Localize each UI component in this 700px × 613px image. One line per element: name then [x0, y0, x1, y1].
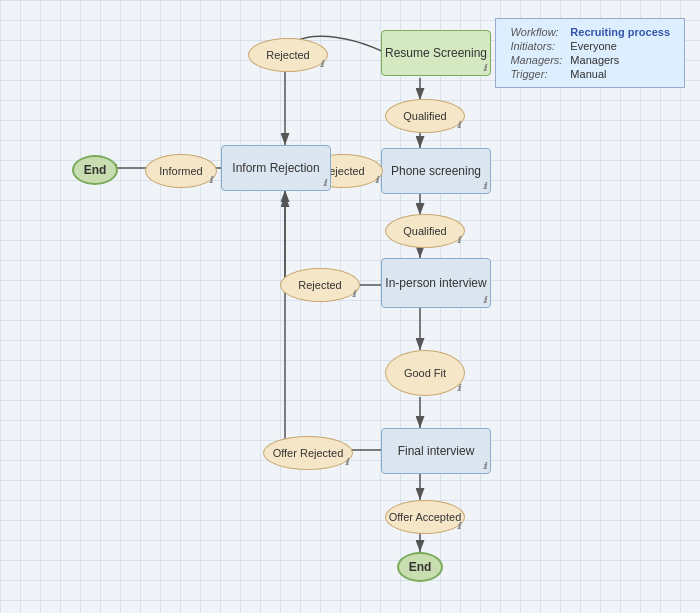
trigger-value: Manual	[566, 67, 674, 81]
info-icon-final: ℹ	[483, 461, 486, 471]
info-icon-phone: ℹ	[483, 181, 486, 191]
node-qualified-2[interactable]: Qualified ℹ	[385, 214, 465, 248]
info-icon-qualified1: ℹ	[457, 120, 460, 130]
node-final-interview[interactable]: Final interview ℹ	[381, 428, 491, 474]
node-offer-accepted[interactable]: Offer Accepted ℹ	[385, 500, 465, 534]
workflow-value: Recruiting process	[566, 25, 674, 39]
workflow-label: Workflow:	[506, 25, 566, 39]
node-inform-rejection[interactable]: Inform Rejection ℹ	[221, 145, 331, 191]
node-qualified-1[interactable]: Qualified ℹ	[385, 99, 465, 133]
initiators-value: Everyone	[566, 39, 674, 53]
node-informed[interactable]: Informed ℹ	[145, 154, 217, 188]
node-end-left: End	[72, 155, 118, 185]
info-icon-goodfit: ℹ	[457, 383, 460, 393]
info-icon-resume: ℹ	[483, 63, 486, 73]
initiators-label: Initiators:	[506, 39, 566, 53]
managers-value: Managers	[566, 53, 674, 67]
node-end-bottom: End	[397, 552, 443, 582]
node-offer-rejected[interactable]: Offer Rejected ℹ	[263, 436, 353, 470]
info-icon-rejected3: ℹ	[352, 289, 355, 299]
node-rejected-3[interactable]: Rejected ℹ	[280, 268, 360, 302]
node-inperson-interview[interactable]: In-person interview ℹ	[381, 258, 491, 308]
node-rejected-1[interactable]: Rejected ℹ	[248, 38, 328, 72]
info-icon-qualified2: ℹ	[457, 235, 460, 245]
info-panel: Workflow: Recruiting process Initiators:…	[495, 18, 685, 88]
info-icon-informed: ℹ	[209, 175, 212, 185]
info-icon-rejected2: ℹ	[375, 175, 378, 185]
node-good-fit[interactable]: Good Fit ℹ	[385, 350, 465, 396]
info-icon-offer-accepted: ℹ	[457, 521, 460, 531]
info-icon-offer-rejected: ℹ	[345, 457, 348, 467]
arrows-svg	[0, 0, 700, 613]
info-icon-rejected1: ℹ	[320, 59, 323, 69]
diagram-container: Resume Screening ℹ Rejected ℹ Qualified …	[0, 0, 700, 613]
node-phone-screening[interactable]: Phone screening ℹ	[381, 148, 491, 194]
trigger-label: Trigger:	[506, 67, 566, 81]
info-icon-inperson: ℹ	[483, 295, 486, 305]
info-icon-inform: ℹ	[323, 178, 326, 188]
node-resume-screening[interactable]: Resume Screening ℹ	[381, 30, 491, 76]
managers-label: Managers:	[506, 53, 566, 67]
